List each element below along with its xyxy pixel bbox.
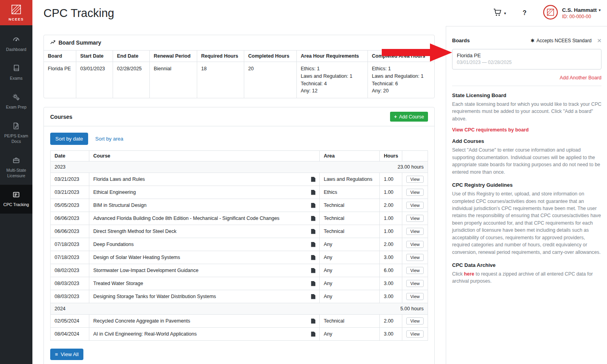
- help-button[interactable]: ?: [521, 9, 528, 17]
- courses-table: Date Course Area Hours 2023 23.00 hours …: [50, 150, 428, 341]
- sort-by-date-button[interactable]: Sort by date: [50, 133, 88, 145]
- exam-docs-icon: [12, 122, 20, 131]
- column-header: Completed Area Hours: [368, 51, 434, 62]
- board-summary-header: Board Summary: [44, 35, 434, 51]
- user-menu[interactable]: C.S. Hammatt ▾ ID: 00-000-00: [543, 5, 601, 21]
- accepts-ncees-standard-legend: ✱ Accepts NCEES Standard: [530, 38, 591, 43]
- board-card-florida-pe[interactable]: Florida PE 03/01/2023 — 02/28/2025: [452, 49, 601, 69]
- view-button[interactable]: View: [406, 215, 424, 222]
- view-all-button[interactable]: ≡ View All: [50, 349, 83, 360]
- table-row: 08/04/2024 AI in Civil Engineering: Real…: [51, 328, 428, 340]
- boards-panel-title: Boards: [452, 38, 470, 43]
- ncees-logo-text: NCEES: [9, 17, 24, 21]
- sidebar-item-exam-prep[interactable]: Exam Prep: [0, 87, 32, 116]
- table-row: 08/02/2023 Stormwater Low-Impact Develop…: [51, 264, 428, 277]
- group-year: 2023: [51, 161, 320, 173]
- table-row: 07/18/2023 Design of Solar Water Heating…: [51, 251, 428, 264]
- board-summary-row: Florida PE 03/01/2023 02/28/2025 Biennia…: [44, 62, 434, 98]
- document-icon: [311, 177, 315, 182]
- exam-prep-gears-icon: [12, 93, 20, 103]
- cart-button[interactable]: ▾: [493, 8, 506, 18]
- caret-down-icon: ▾: [504, 11, 506, 15]
- sidebar-nav: Dashboard Exams Exam Prep: [0, 25, 32, 214]
- board-summary-title: Board Summary: [58, 39, 101, 46]
- cell-area-requirements: Ethics: 1 Laws and Regulation: 1 Technic…: [297, 62, 368, 98]
- boards-panel: Boards ✱ Accepts NCEES Standard × Florid…: [446, 26, 607, 364]
- table-row: 06/06/2023 Direct Strength Method for St…: [51, 225, 428, 238]
- cpc-data-archive-heading: CPC Data Archive: [452, 262, 601, 268]
- board-summary-table: Board Start Date End Date Renewal Period…: [44, 51, 434, 98]
- view-button[interactable]: View: [406, 330, 424, 338]
- sidebar-item-pe-ps-exam-docs[interactable]: PE/PS Exam Docs: [0, 116, 32, 150]
- sort-by-area-link[interactable]: Sort by area: [95, 136, 123, 142]
- cpc-tracking-icon: [12, 191, 20, 200]
- view-button[interactable]: View: [406, 280, 424, 287]
- view-button[interactable]: View: [406, 202, 424, 209]
- table-row: 07/18/2023 Deep Foundations Any 2.00 Vie…: [51, 238, 428, 251]
- add-course-button[interactable]: + Add Course: [390, 112, 428, 122]
- table-row: 06/06/2023 Advanced Florida Building Cod…: [51, 212, 428, 225]
- exams-icon: [12, 64, 20, 73]
- column-header: Required Hours: [197, 51, 244, 62]
- column-header-empty: [402, 151, 428, 161]
- view-button[interactable]: View: [406, 293, 424, 300]
- document-icon: [311, 281, 315, 286]
- page-title: CPC Tracking: [43, 7, 114, 20]
- group-year: 2024: [51, 303, 320, 315]
- add-another-board-link[interactable]: Add Another Board: [452, 75, 601, 81]
- briefcase-icon: [12, 156, 20, 166]
- view-button[interactable]: View: [406, 317, 424, 325]
- sidebar-item-cpc-tracking[interactable]: CPC Tracking: [0, 185, 32, 214]
- courses-header: Courses + Add Course: [44, 107, 434, 126]
- view-button[interactable]: View: [406, 176, 424, 183]
- user-id: ID: 00-000-00: [562, 14, 601, 19]
- column-header: Hours: [380, 151, 402, 161]
- top-header: CPC Tracking ▾ ?: [32, 0, 607, 26]
- board-summary-card: Board Summary Board Start Date End Date …: [43, 35, 435, 98]
- document-icon: [311, 319, 315, 324]
- column-header: Date: [51, 151, 89, 161]
- document-icon: [311, 203, 315, 208]
- board-summary-chart-icon: [50, 39, 55, 46]
- cell-start-date: 03/01/2023: [76, 62, 113, 98]
- ncees-logo[interactable]: NCEES: [0, 0, 32, 25]
- document-icon: [311, 294, 315, 299]
- table-row: 03/21/2023 Ethical Engineering Ethics 1.…: [51, 186, 428, 199]
- cell-required-hours: 18: [197, 62, 244, 98]
- document-icon: [311, 332, 315, 337]
- table-row: 08/03/2023 Designing Storage Tanks for W…: [51, 290, 428, 303]
- view-button[interactable]: View: [406, 254, 424, 261]
- year-group-row: 2023 23.00 hours: [51, 161, 428, 173]
- view-button[interactable]: View: [406, 241, 424, 248]
- asterisk-icon: ✱: [530, 38, 534, 43]
- view-button[interactable]: View: [406, 189, 424, 196]
- view-button[interactable]: View: [406, 228, 424, 235]
- cpc-data-archive-text: Click here to request a zipped archive o…: [452, 270, 601, 285]
- cart-icon: [493, 8, 502, 18]
- sidebar-item-exams[interactable]: Exams: [0, 58, 32, 87]
- user-name: C.S. Hammatt: [562, 7, 597, 13]
- sidebar: NCEES Dashboard Exams: [0, 0, 32, 364]
- sidebar-item-multi-state-licensure[interactable]: Multi-State Licensure: [0, 150, 32, 185]
- document-icon: [311, 268, 315, 273]
- archive-here-link[interactable]: here: [464, 271, 474, 277]
- sidebar-item-dashboard[interactable]: Dashboard: [0, 29, 32, 58]
- state-licensing-board-heading: State Licensing Board: [452, 92, 601, 98]
- board-dates: 03/01/2023 — 02/28/2025: [457, 60, 597, 65]
- close-icon[interactable]: ×: [597, 37, 601, 44]
- column-header: Area Hour Requirements: [297, 51, 368, 62]
- view-button[interactable]: View: [406, 267, 424, 274]
- column-header: Renewal Period: [150, 51, 197, 62]
- view-cpc-requirements-link[interactable]: View CPC requirements by board: [452, 127, 601, 133]
- table-row: 03/21/2023 Florida Laws and Rules Laws a…: [51, 173, 428, 186]
- document-icon: [311, 229, 315, 234]
- table-row: 05/05/2023 BIM in Structural Design Tech…: [51, 199, 428, 212]
- courses-title: Courses: [50, 114, 72, 120]
- column-header: End Date: [113, 51, 150, 62]
- cpc-registry-guidelines-text: Use of this Registry to enter, upload, a…: [452, 190, 601, 256]
- cell-board: Florida PE: [44, 62, 76, 98]
- document-icon: [311, 242, 315, 247]
- year-group-row: 2024 5.00 hours: [51, 303, 428, 315]
- dashboard-icon: [12, 35, 20, 45]
- add-courses-heading: Add Courses: [452, 138, 601, 144]
